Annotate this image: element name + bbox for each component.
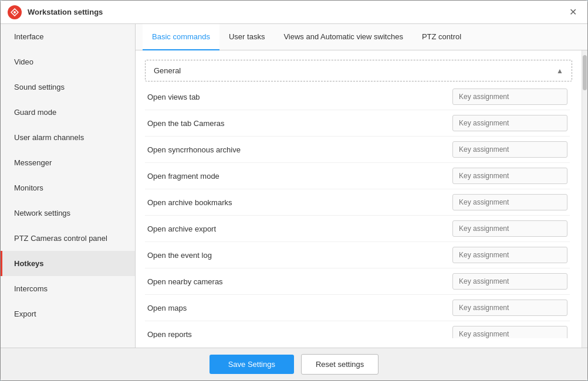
key-row-open-maps: Open maps [145,295,570,321]
key-row-open-synchronous-archive: Open syncrrhonous archive [145,137,570,163]
sidebar-item-ptz-cameras-control-panel[interactable]: PTZ Cameras control panel [1,226,135,251]
footer: Save Settings Reset settings [1,348,587,380]
key-input-open-views-tab[interactable] [452,89,567,105]
sidebar-item-messenger[interactable]: Messenger [1,150,135,175]
scrollbar-thumb [583,55,587,90]
svg-point-0 [13,11,16,13]
key-row-open-fragment-mode: Open fragment mode [145,163,570,189]
key-input-open-archive-bookmarks[interactable] [452,194,567,210]
sidebar-item-monitors[interactable]: Monitors [1,175,135,200]
content-area: General ▲ Open views tabOpen the tab Cam… [136,50,582,348]
key-input-open-event-log[interactable] [452,247,567,263]
key-input-open-tab-cameras[interactable] [452,115,567,131]
app-logo [8,5,22,19]
scrollbar-track [582,50,587,348]
key-label-open-tab-cameras: Open the tab Cameras [147,119,452,128]
sidebar-item-intercoms[interactable]: Intercoms [1,276,135,301]
key-input-open-synchronous-archive[interactable] [452,141,567,158]
key-input-open-nearby-cameras[interactable] [452,273,567,290]
sidebar-item-video[interactable]: Video [1,49,135,74]
key-label-open-maps: Open maps [147,304,452,312]
sidebar-item-user-alarm-channels[interactable]: User alarm channels [1,125,135,150]
title-bar: Workstation settings ✕ [1,1,587,24]
key-input-open-reports[interactable] [452,326,567,338]
key-row-open-nearby-cameras: Open nearby cameras [145,268,570,295]
sidebar: InterfaceVideoSound settingsGuard modeUs… [1,24,136,348]
key-label-open-synchronous-archive: Open syncrrhonous archive [147,145,452,154]
main-content: Basic commandsUser tasksViews and Automa… [136,24,587,348]
key-label-open-views-tab: Open views tab [147,93,452,101]
key-label-open-reports: Open reports [147,330,452,339]
key-input-open-archive-export[interactable] [452,220,567,237]
sidebar-item-hotkeys[interactable]: Hotkeys [1,251,135,276]
key-label-open-nearby-cameras: Open nearby cameras [147,277,452,286]
sidebar-item-sound-settings[interactable]: Sound settings [1,74,135,100]
key-label-open-archive-bookmarks: Open archive bookmarks [147,198,452,207]
key-row-open-event-log: Open the event log [145,242,570,268]
sidebar-item-export[interactable]: Export [1,301,135,326]
key-assignments-list: Open views tabOpen the tab CamerasOpen s… [145,84,572,338]
body: InterfaceVideoSound settingsGuard modeUs… [1,24,587,348]
sidebar-item-guard-mode[interactable]: Guard mode [1,100,135,125]
key-label-open-fragment-mode: Open fragment mode [147,172,452,181]
tab-ptz-control[interactable]: PTZ control [413,24,471,50]
window-title: Workstation settings [28,8,566,16]
reset-settings-button[interactable]: Reset settings [301,354,379,375]
close-button[interactable]: ✕ [566,4,580,20]
key-label-open-event-log: Open the event log [147,251,452,260]
key-input-open-maps[interactable] [452,300,567,316]
key-row-open-archive-export: Open archive export [145,216,570,242]
key-row-open-views-tab: Open views tab [145,84,570,110]
sidebar-item-network-settings[interactable]: Network settings [1,200,135,226]
sidebar-item-interface[interactable]: Interface [1,24,135,49]
key-input-open-fragment-mode[interactable] [452,168,567,184]
tabs-bar: Basic commandsUser tasksViews and Automa… [136,24,587,50]
key-row-open-tab-cameras: Open the tab Cameras [145,110,570,137]
content-wrapper: General ▲ Open views tabOpen the tab Cam… [136,50,587,348]
tab-views-and-automatic-view-switches[interactable]: Views and Automatic view switches [274,24,413,50]
save-settings-button[interactable]: Save Settings [209,355,294,374]
tab-user-tasks[interactable]: User tasks [219,24,274,50]
section-title: General [154,66,181,75]
tab-basic-commands[interactable]: Basic commands [143,24,219,50]
key-label-open-archive-export: Open archive export [147,224,452,233]
key-row-open-reports: Open reports [145,321,570,338]
chevron-icon: ▲ [556,67,563,75]
section-header[interactable]: General ▲ [145,60,572,81]
key-row-open-archive-bookmarks: Open archive bookmarks [145,189,570,216]
workstation-settings-window: Workstation settings ✕ InterfaceVideoSou… [0,0,588,381]
